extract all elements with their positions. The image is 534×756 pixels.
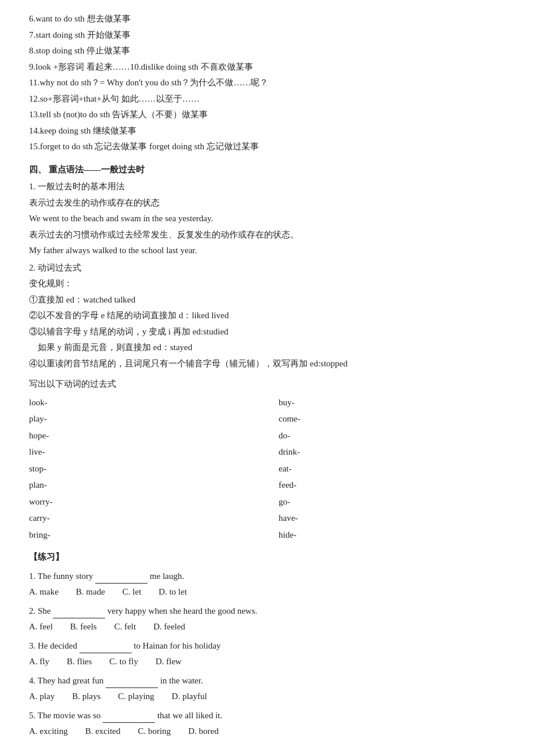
question-num: 3. [29, 641, 35, 650]
option[interactable]: B. excited [85, 724, 121, 739]
grammar-example2: My father always walked to the school la… [29, 243, 505, 258]
vocab-left-item: play- [29, 411, 255, 427]
grammar-rule4: ④以重读闭音节结尾的，且词尾只有一个辅音字母（辅元辅），双写再加 ed:stop… [29, 357, 505, 372]
line-8: 8.stop doing sth 停止做某事 [29, 44, 505, 59]
option[interactable]: A. make [29, 585, 59, 600]
question-text: She [38, 606, 51, 615]
grammar-sub2: 2. 动词过去式 [29, 261, 505, 276]
line-12: 13.tell sb (not)to do sth 告诉某人（不要）做某事 [29, 107, 505, 123]
option[interactable]: B. feels [70, 620, 97, 635]
vocab-right-item: buy- [279, 394, 505, 411]
line-14: 15.forget to do sth 忘记去做某事 forget doing … [29, 139, 505, 154]
option[interactable]: A. play [29, 689, 55, 704]
vocab-left-item: live- [29, 444, 255, 460]
blank-field [53, 603, 105, 619]
question-3: 3. He decided to Hainan for his holiday [29, 638, 505, 654]
question-options-3: A. flyB. fliesC. to flyD. flew [29, 654, 505, 669]
grammar-sub1: 1. 一般过去时的基本用法 [29, 179, 505, 195]
grammar-rule2: ②以不发音的字母 e 结尾的动词直接加 d：liked lived [29, 308, 505, 323]
question-after: very happy when she heard the good news. [107, 606, 257, 615]
vocab-left-item: look- [29, 394, 255, 411]
blank-field [80, 638, 132, 654]
question-options-5: A. excitingB. excitedC. boringD. bored [29, 724, 505, 739]
option[interactable]: A. exciting [29, 724, 68, 739]
line-13: 14.keep doing sth 继续做某事 [29, 124, 505, 139]
option[interactable]: B. flies [67, 654, 92, 669]
grammar-desc2: 表示过去的习惯动作或过去经常发生、反复发生的动作或存在的状态。 [29, 228, 505, 243]
option[interactable]: D. to let [158, 585, 187, 600]
vocab-left-item: stop- [29, 460, 255, 477]
question-1: 1. The funny story me laugh. [29, 568, 505, 584]
question-after: me laugh. [150, 571, 184, 581]
vocab-title: 写出以下动词的过去式 [29, 377, 505, 392]
vocab-right-item: do- [279, 427, 505, 444]
practice-title: 【练习】 [29, 550, 505, 565]
vocab-left-item: hope- [29, 427, 255, 444]
vocab-right-item: feed- [279, 477, 505, 494]
vocab-right-item: hide- [279, 527, 505, 543]
option[interactable]: A. feel [29, 620, 53, 635]
question-after: in the water. [160, 676, 203, 685]
question-num: 1. [29, 571, 35, 581]
question-text: He decided [38, 641, 77, 650]
question-2: 2. She very happy when she heard the goo… [29, 603, 505, 619]
option[interactable]: D. bored [188, 724, 219, 739]
question-num: 5. [29, 711, 35, 720]
grammar-rule3b: 如果 y 前面是元音，则直接加 ed：stayed [29, 340, 505, 355]
option[interactable]: B. made [76, 585, 105, 600]
grammar-rule1: ①直接加 ed：watched talked [29, 293, 505, 308]
option[interactable]: D. feeled [153, 620, 185, 635]
option[interactable]: B. plays [72, 689, 100, 704]
vocab-right-item: go- [279, 494, 505, 510]
blank-field [106, 673, 158, 689]
vocab-left-item: plan- [29, 477, 255, 494]
blank-field [95, 568, 147, 584]
question-text: The movie was so [38, 711, 101, 720]
vocab-left-item: carry- [29, 510, 255, 527]
question-text: They had great fun [38, 676, 104, 685]
line-10: 11.why not do sth？= Why don't you do sth… [29, 75, 505, 91]
question-num: 2. [29, 606, 35, 615]
question-text: The funny story [38, 571, 93, 581]
vocab-right-item: have- [279, 510, 505, 527]
option[interactable]: C. playing [118, 689, 154, 704]
vocab-left-item: worry- [29, 494, 255, 510]
vocab-grid: look-buy-play-come-hope-do-live-drink-st… [29, 394, 505, 543]
line-7: 7.start doing sth 开始做某事 [29, 28, 505, 43]
question-4: 4. They had great fun in the water. [29, 673, 505, 689]
question-options-2: A. feelB. feelsC. feltD. feeled [29, 620, 505, 635]
vocab-right-item: eat- [279, 460, 505, 477]
grammar-rule3: ③以辅音字母 y 结尾的动词，y 变成 i 再加 ed:studied [29, 325, 505, 340]
grammar-desc1: 表示过去发生的动作或存在的状态 [29, 196, 505, 211]
grammar-rule-title: 变化规则： [29, 276, 505, 291]
grammar-example1: We went to the beach and swam in the sea… [29, 211, 505, 226]
option[interactable]: C. to fly [109, 654, 138, 669]
question-num: 4. [29, 676, 35, 685]
option[interactable]: D. flew [156, 654, 182, 669]
option[interactable]: C. felt [114, 620, 136, 635]
question-options-1: A. makeB. madeC. letD. to let [29, 585, 505, 600]
grammar-title: 四、 重点语法——一般过去时 [29, 163, 505, 178]
option[interactable]: C. boring [138, 724, 171, 739]
option[interactable]: A. fly [29, 654, 49, 669]
blank-field [103, 708, 155, 723]
line-6: 6.want to do sth 想去做某事 [29, 12, 505, 27]
line-9: 9.look +形容词 看起来……10.dislike doing sth 不喜… [29, 60, 505, 75]
vocab-left-item: bring- [29, 527, 255, 543]
vocab-right-item: drink- [279, 444, 505, 460]
vocab-right-item: come- [279, 411, 505, 427]
line-11: 12.so+形容词+that+从句 如此……以至于…… [29, 92, 505, 107]
question-after: to Hainan for his holiday [134, 641, 221, 650]
option[interactable]: C. let [122, 585, 142, 600]
question-options-4: A. playB. playsC. playingD. playful [29, 689, 505, 704]
question-after: that we all liked it. [157, 711, 222, 720]
question-5: 5. The movie was so that we all liked it… [29, 708, 505, 723]
option[interactable]: D. playful [172, 689, 207, 704]
